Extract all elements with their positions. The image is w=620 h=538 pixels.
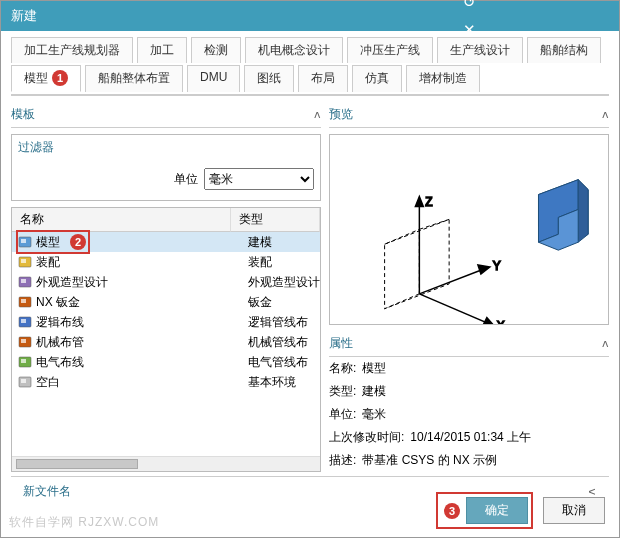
assembly-icon <box>18 255 32 269</box>
reset-icon[interactable]: ↺ <box>463 0 476 11</box>
preview-image: Z X Y <box>330 135 608 325</box>
filter-title: 过滤器 <box>18 139 314 160</box>
template-row-装配[interactable]: 装配装配 <box>12 252 320 272</box>
window-title: 新建 <box>11 7 37 25</box>
template-row-电气布线[interactable]: 电气布线电气管线布 <box>12 352 320 372</box>
svg-rect-13 <box>21 359 26 363</box>
property-row: 单位:毫米 <box>329 403 609 426</box>
tab-冲压生产线[interactable]: 冲压生产线 <box>347 37 433 63</box>
svg-rect-3 <box>21 259 26 263</box>
chevron-up-icon[interactable]: ʌ <box>602 337 609 350</box>
tab-布局[interactable]: 布局 <box>298 65 348 92</box>
row-type: 钣金 <box>244 294 320 311</box>
template-row-外观造型设计[interactable]: 外观造型设计外观造型设计 <box>12 272 320 292</box>
tab-生产线设计[interactable]: 生产线设计 <box>437 37 523 63</box>
horizontal-scrollbar[interactable] <box>12 456 320 471</box>
property-value: 带基准 CSYS 的 NX 示例 <box>362 452 497 469</box>
preview-label: 预览 <box>329 106 353 123</box>
templates-label: 模板 <box>11 106 35 123</box>
tab-strip: 加工生产线规划器加工检测机电概念设计冲压生产线生产线设计船舶结构 模型1船舶整体… <box>1 31 619 92</box>
svg-marker-23 <box>478 265 490 274</box>
svg-line-19 <box>419 294 488 324</box>
template-row-逻辑布线[interactable]: 逻辑布线逻辑管线布 <box>12 312 320 332</box>
model-icon <box>18 235 32 249</box>
tab-加工生产线规划器[interactable]: 加工生产线规划器 <box>11 37 133 63</box>
shape-icon <box>18 275 32 289</box>
dialog-footer: 3 确定 取消 <box>436 492 605 529</box>
svg-rect-1 <box>21 239 26 243</box>
row-name: 电气布线 <box>36 354 84 371</box>
tab-船舶结构[interactable]: 船舶结构 <box>527 37 601 63</box>
ok-button-highlight: 3 确定 <box>436 492 533 529</box>
property-value: 10/14/2015 01:34 上午 <box>410 429 531 446</box>
row-name: 外观造型设计 <box>36 274 108 291</box>
col-type[interactable]: 类型 <box>231 208 320 232</box>
svg-rect-5 <box>21 279 26 283</box>
property-key: 名称: <box>329 360 356 377</box>
tab-增材制造[interactable]: 增材制造 <box>406 65 480 92</box>
property-key: 单位: <box>329 406 356 423</box>
svg-text:X: X <box>497 319 505 325</box>
tab-label: DMU <box>200 70 227 84</box>
svg-line-22 <box>419 269 484 294</box>
row-name: NX 钣金 <box>36 294 80 311</box>
routing-m-icon <box>18 335 32 349</box>
template-row-模型[interactable]: 模型2建模 <box>12 232 320 252</box>
svg-rect-7 <box>21 299 26 303</box>
template-row-机械布管[interactable]: 机械布管机械管线布 <box>12 332 320 352</box>
properties-label: 属性 <box>329 335 353 352</box>
col-name[interactable]: 名称 <box>12 208 231 232</box>
property-value: 毫米 <box>362 406 386 423</box>
unit-select[interactable]: 毫米 <box>204 168 314 190</box>
property-row: 描述:带基准 CSYS 的 NX 示例 <box>329 449 609 472</box>
tab-船舶整体布置[interactable]: 船舶整体布置 <box>85 65 183 92</box>
row-type: 基本环境 <box>244 374 320 391</box>
ok-button[interactable]: 确定 <box>466 497 528 524</box>
tab-label: 船舶整体布置 <box>98 71 170 85</box>
row-name: 空白 <box>36 374 60 391</box>
blank-icon <box>18 375 32 389</box>
watermark-text: 软件自学网 RJZXW.COM <box>9 514 159 531</box>
tab-检测[interactable]: 检测 <box>191 37 241 63</box>
filter-group: 过滤器 单位 毫米 <box>11 134 321 201</box>
property-row: 类型:建模 <box>329 380 609 403</box>
svg-marker-20 <box>483 318 495 325</box>
cancel-button[interactable]: 取消 <box>543 497 605 524</box>
sheetmetal-icon <box>18 295 32 309</box>
row-type: 电气管线布 <box>244 354 320 371</box>
svg-marker-27 <box>578 180 588 243</box>
step-badge-3: 3 <box>444 503 460 519</box>
tab-模型[interactable]: 模型1 <box>11 65 81 92</box>
tab-label: 增材制造 <box>419 71 467 85</box>
property-row: 名称:模型 <box>329 357 609 380</box>
template-row-空白[interactable]: 空白基本环境 <box>12 372 320 392</box>
svg-text:Z: Z <box>425 195 432 209</box>
templates-header: 模板 ʌ <box>11 102 321 128</box>
property-key: 描述: <box>329 452 356 469</box>
row-name: 模型 <box>36 234 60 251</box>
step-badge-1: 1 <box>52 70 68 86</box>
row-name: 逻辑布线 <box>36 314 84 331</box>
svg-rect-15 <box>21 379 26 383</box>
row-name: 机械布管 <box>36 334 84 351</box>
tab-label: 模型 <box>24 71 48 85</box>
property-key: 上次修改时间: <box>329 429 404 446</box>
property-row: 上次修改时间:10/14/2015 01:34 上午 <box>329 426 609 449</box>
row-type: 建模 <box>244 234 320 251</box>
row-type: 装配 <box>244 254 320 271</box>
tab-label: 布局 <box>311 71 335 85</box>
tab-图纸[interactable]: 图纸 <box>244 65 294 92</box>
tab-仿真[interactable]: 仿真 <box>352 65 402 92</box>
tab-DMU[interactable]: DMU <box>187 65 240 92</box>
tab-加工[interactable]: 加工 <box>137 37 187 63</box>
svg-rect-11 <box>21 339 26 343</box>
routing-e-icon <box>18 355 32 369</box>
tab-label: 仿真 <box>365 71 389 85</box>
chevron-up-icon[interactable]: ʌ <box>602 108 609 121</box>
scrollbar-thumb[interactable] <box>16 459 138 469</box>
row-type: 机械管线布 <box>244 334 320 351</box>
properties-header: 属性 ʌ <box>329 331 609 357</box>
tab-机电概念设计[interactable]: 机电概念设计 <box>245 37 343 63</box>
chevron-up-icon[interactable]: ʌ <box>314 108 321 121</box>
template-row-NX 钣金[interactable]: NX 钣金钣金 <box>12 292 320 312</box>
